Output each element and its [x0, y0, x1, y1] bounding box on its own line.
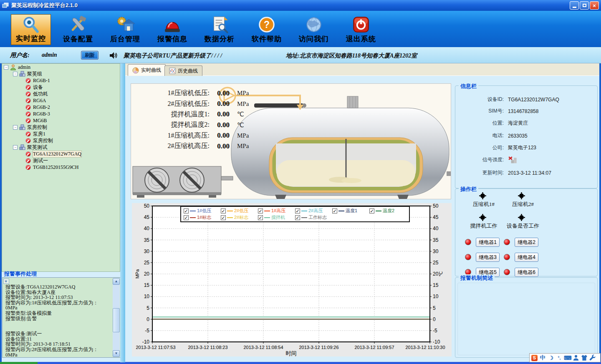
tree-item-label: 设备 — [33, 84, 43, 91]
tree-item[interactable]: RG6B-2 — [2, 104, 120, 110]
tree-item[interactable]: 测试一 — [2, 157, 120, 164]
condenser-unit — [133, 166, 233, 198]
punctuation-icon[interactable]: °, — [556, 354, 563, 361]
panel-splitter[interactable] — [120, 63, 125, 362]
indicator-label: 设备是否工作 — [496, 222, 550, 230]
scroll-down-icon[interactable]: ▼ — [113, 350, 120, 357]
wrench-icon[interactable] — [589, 354, 596, 361]
reading-row: 1#压缩机低压:0.00MPa — [135, 88, 249, 98]
legend-checkbox[interactable]: ✓ — [332, 208, 337, 213]
toolbar-button-label: 软件帮助 — [252, 34, 282, 44]
alarm-event-line: 报警内容为:1#压缩机低压报警,压力值为：0MPa — [5, 300, 110, 311]
moon-icon[interactable]: ☽ — [548, 354, 554, 361]
legend-item: ✓1#标志 — [184, 214, 221, 221]
svg-text:50: 50 — [144, 203, 150, 209]
skin-icon[interactable] — [581, 354, 588, 361]
legend-label: 2#低压 — [234, 208, 248, 214]
legend-item: ✓1#高压 — [258, 208, 295, 214]
scroll-up-icon[interactable]: ▲ — [113, 278, 120, 285]
tree-item[interactable]: 泵房控制 — [2, 137, 120, 144]
toolbar-button-alarm-lamp[interactable]: 报警信息 — [152, 14, 192, 45]
address-text: 地址:北京市海淀区知春路118号知春大厦A座1202室 — [286, 52, 417, 60]
legend-checkbox[interactable]: ✓ — [258, 215, 263, 220]
restore-button[interactable] — [580, 1, 589, 10]
scroll-thumb[interactable] — [113, 308, 120, 332]
tab-history-curve[interactable]: 历史曲线 — [164, 65, 202, 76]
legend-label: 2#高压 — [308, 208, 323, 214]
tree-item-label: RG6B-1 — [33, 78, 50, 84]
toolbar-button-label: 设备配置 — [63, 34, 93, 44]
relay-button-3[interactable]: 继电器3 — [476, 253, 500, 262]
legend-checkbox[interactable]: ✓ — [221, 215, 226, 220]
relay-button-6[interactable]: 继电器6 — [515, 268, 538, 277]
tree-expand-icon[interactable]: − — [13, 125, 18, 130]
tree-item[interactable]: RG6B-1 — [2, 77, 120, 84]
reading-unit: MPa — [237, 132, 249, 139]
svg-text:30: 30 — [433, 249, 439, 254]
svg-text:时间: 时间 — [286, 350, 297, 356]
close-button[interactable]: × — [590, 1, 599, 10]
tree-item[interactable]: −聚英测试 — [2, 144, 120, 151]
tree-expand-icon[interactable]: − — [13, 72, 18, 76]
group-icon — [19, 144, 25, 151]
alarm-events-text: 报警设备:TG6A1232012W7GAQ设备位置:知春大厦A座报警时间为: 2… — [5, 284, 110, 358]
tab-realtime-curve[interactable]: 实时曲线 — [128, 64, 166, 76]
tree-item[interactable]: TG6B12520155G9CH — [2, 164, 120, 171]
relay-button-1[interactable]: 继电器1 — [476, 238, 500, 247]
info-field-label: 位置: — [457, 120, 504, 127]
legend-checkbox[interactable]: ✓ — [184, 208, 189, 213]
chinese-mode[interactable]: 中 — [539, 354, 546, 361]
tree-item[interactable]: −admin — [2, 64, 120, 70]
tree-expand-icon[interactable]: − — [13, 145, 18, 150]
minimize-button[interactable] — [570, 1, 579, 10]
svg-text:2013-3-12 11:10:30: 2013-3-12 11:10:30 — [405, 345, 445, 350]
speaker-icon[interactable] — [109, 51, 118, 60]
toolbar-button-help[interactable]: ?软件帮助 — [247, 14, 287, 45]
legend-checkbox[interactable]: ✓ — [221, 208, 226, 213]
tree-item[interactable]: RG6A — [2, 97, 120, 104]
legend-checkbox[interactable]: ✓ — [258, 208, 263, 213]
toolbar-button-globe[interactable]: 访问我们 — [294, 14, 334, 45]
toolbar-button-tools[interactable]: 设备配置 — [58, 14, 98, 45]
reading-unit: ℃ — [237, 110, 244, 118]
toolbar-button-magnifier[interactable]: 实时监控 — [11, 14, 51, 45]
reading-unit: ℃ — [237, 121, 244, 129]
legend-dash — [301, 217, 307, 218]
refresh-button[interactable]: 刷新 — [81, 51, 98, 60]
sogou-logo[interactable]: S — [531, 355, 538, 361]
tree-item[interactable]: RG6B-3 — [2, 110, 120, 117]
chart-plot: -10-10-5-5005510101515202025253030353540… — [132, 203, 452, 356]
tree-expand-icon[interactable]: − — [4, 65, 8, 70]
relay-button-4[interactable]: 继电器4 — [515, 253, 538, 262]
legend-checkbox[interactable]: ✓ — [295, 208, 300, 213]
toolbar-button-gear-house[interactable]: 后台管理 — [105, 14, 145, 45]
legend-label: 1#标志 — [197, 214, 211, 221]
keyboard-icon[interactable]: ⌨ — [564, 354, 571, 361]
tree-item[interactable]: TG6A1232012W7GAQ — [2, 151, 120, 157]
tree-item[interactable]: 泵房1 — [2, 131, 120, 137]
tree-item[interactable]: 设备 — [2, 84, 120, 90]
tree-item[interactable]: MG6B — [2, 117, 120, 124]
doc-magnifier-icon — [210, 15, 229, 33]
offline-device-icon — [25, 138, 31, 143]
legend-row: ✓1#标志✓2#标志✓搅拌机✓工作标志 — [184, 214, 407, 221]
main-toolbar: 实时监控设备配置后台管理报警信息数据分析?软件帮助访问我们退出系统 — [0, 11, 601, 47]
toolbar-button-doc-magnifier[interactable]: 数据分析 — [199, 14, 240, 45]
tree-item[interactable]: −泵房控制 — [2, 124, 120, 131]
svg-text:-10: -10 — [142, 339, 150, 345]
legend-item: ✓2#低压 — [221, 208, 258, 214]
info-field: 信号强度: — [457, 156, 518, 163]
person-icon[interactable] — [573, 354, 579, 361]
legend-checkbox[interactable]: ✓ — [184, 215, 189, 220]
tree-item[interactable]: 低功耗 — [2, 90, 120, 97]
legend-checkbox[interactable]: ✓ — [295, 215, 300, 220]
alarm-scrollbar[interactable]: ▲ ▼ — [113, 278, 120, 357]
collapse-chevron-icon[interactable]: » — [3, 279, 9, 284]
relay-led-icon — [465, 239, 471, 245]
legend-checkbox[interactable]: ✓ — [369, 208, 374, 213]
toolbar-button-power[interactable]: 退出系统 — [341, 14, 381, 45]
tree-item[interactable]: −聚英组 — [2, 70, 120, 77]
tree-item-label: 低功耗 — [33, 90, 48, 98]
relay-button-2[interactable]: 继电器2 — [515, 238, 538, 247]
svg-text:?: ? — [264, 19, 270, 30]
